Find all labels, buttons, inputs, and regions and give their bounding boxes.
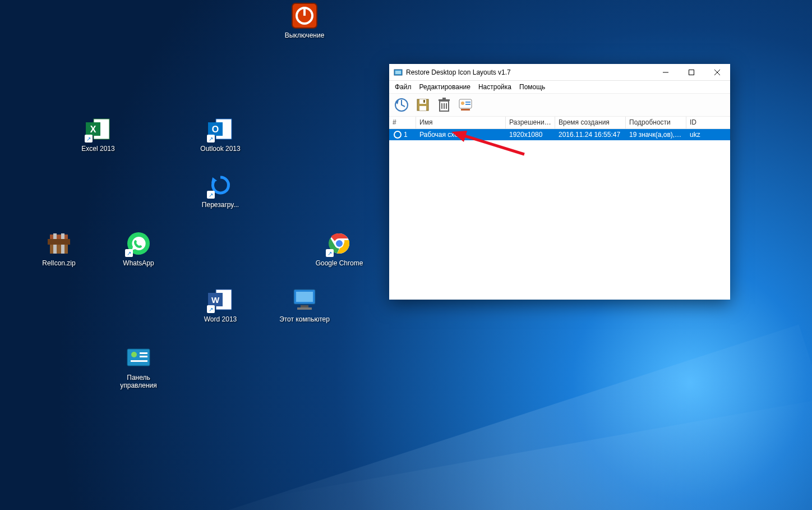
list-header: # Имя Разрешение ... Время создания Подр… bbox=[389, 117, 730, 129]
menu-file[interactable]: Файл bbox=[395, 83, 412, 91]
shortcut-arrow-icon: ↗ bbox=[85, 135, 93, 143]
svg-rect-51 bbox=[465, 102, 470, 103]
shortcut-arrow-icon: ↗ bbox=[125, 249, 133, 257]
menubar: Файл Редактирование Настройка Помощь bbox=[389, 81, 730, 93]
svg-rect-25 bbox=[297, 307, 312, 310]
desktop-icon-restart[interactable]: ↗ Перезагру... bbox=[195, 172, 246, 209]
desktop-icon-whatsapp[interactable]: ↗ WhatsApp bbox=[113, 230, 164, 267]
svg-text:W: W bbox=[211, 295, 220, 305]
toolbar-delete-button[interactable] bbox=[435, 96, 453, 114]
minimize-button[interactable] bbox=[653, 64, 679, 81]
desktop-icon-relcon-zip[interactable]: RelIcon.zip bbox=[34, 230, 84, 267]
desktop-icon-excel[interactable]: X ↗ Excel 2013 bbox=[73, 116, 123, 153]
svg-rect-30 bbox=[131, 360, 147, 362]
menu-edit[interactable]: Редактирование bbox=[419, 83, 470, 91]
row-status-icon bbox=[394, 131, 402, 139]
svg-rect-41 bbox=[419, 106, 426, 111]
column-id[interactable]: ID bbox=[686, 117, 720, 128]
outlook-icon: O ↗ bbox=[207, 116, 234, 143]
excel-icon: X ↗ bbox=[85, 116, 112, 143]
app-window: Restore Desktop Icon Layouts v1.7 Файл Р… bbox=[389, 64, 730, 300]
desktop-icon-label: Google Chrome bbox=[314, 259, 365, 267]
desktop-icon-shutdown[interactable]: Выключение bbox=[279, 2, 330, 39]
list-row[interactable]: 1 Рабочая схема 1920x1080 2016.11.24 16:… bbox=[389, 129, 730, 140]
shortcut-arrow-icon: ↗ bbox=[207, 305, 215, 313]
svg-rect-42 bbox=[423, 100, 425, 103]
desktop-icon-label: Outlook 2013 bbox=[195, 145, 246, 153]
chrome-icon: ↗ bbox=[326, 230, 353, 257]
maximize-button[interactable] bbox=[679, 64, 704, 81]
desktop-icon-label: RelIcon.zip bbox=[34, 259, 84, 267]
svg-rect-24 bbox=[301, 305, 308, 307]
desktop-icon-this-pc[interactable]: Этот компьютер bbox=[279, 286, 330, 323]
svg-rect-32 bbox=[395, 71, 401, 74]
desktop-icon-label: Выключение bbox=[279, 31, 330, 39]
restart-icon: ↗ bbox=[207, 172, 234, 199]
svg-rect-34 bbox=[689, 70, 694, 75]
svg-rect-29 bbox=[140, 356, 147, 357]
power-icon bbox=[291, 2, 318, 29]
shortcut-arrow-icon: ↗ bbox=[326, 249, 334, 257]
desktop-icon-control-panel[interactable]: Панель управления bbox=[113, 344, 164, 389]
shortcut-arrow-icon: ↗ bbox=[207, 135, 215, 143]
row-id: ukz bbox=[686, 131, 720, 139]
svg-rect-52 bbox=[465, 104, 470, 105]
whatsapp-icon: ↗ bbox=[125, 230, 152, 257]
desktop-icon-label: WhatsApp bbox=[113, 259, 164, 267]
row-resolution: 1920x1080 bbox=[506, 131, 555, 139]
column-details[interactable]: Подробности bbox=[626, 117, 686, 128]
word-icon: W ↗ bbox=[207, 286, 234, 313]
svg-rect-28 bbox=[140, 352, 147, 354]
column-resolution[interactable]: Разрешение ... bbox=[506, 117, 555, 128]
desktop-icon-label: Word 2013 bbox=[195, 315, 246, 323]
svg-rect-48 bbox=[442, 98, 446, 99]
desktop-icon-outlook[interactable]: O ↗ Outlook 2013 bbox=[195, 116, 246, 153]
row-name: Рабочая схема bbox=[416, 131, 506, 139]
menu-settings[interactable]: Настройка bbox=[478, 83, 511, 91]
app-icon bbox=[394, 68, 403, 77]
svg-point-27 bbox=[131, 352, 137, 357]
svg-text:X: X bbox=[90, 125, 96, 134]
column-time[interactable]: Время создания bbox=[555, 117, 626, 128]
menu-help[interactable]: Помощь bbox=[519, 83, 545, 91]
toolbar-save-button[interactable] bbox=[414, 96, 432, 114]
desktop-icon-label: Панель управления bbox=[113, 374, 164, 389]
toolbar bbox=[389, 93, 730, 117]
row-time: 2016.11.24 16:55:47 bbox=[555, 131, 626, 139]
row-index: 1 bbox=[404, 131, 408, 139]
titlebar[interactable]: Restore Desktop Icon Layouts v1.7 bbox=[389, 64, 730, 81]
shortcut-arrow-icon: ↗ bbox=[207, 191, 215, 199]
row-details: 19 значк(а,ов), help bbox=[626, 131, 686, 139]
column-name[interactable]: Имя bbox=[416, 117, 506, 128]
column-index[interactable]: # bbox=[389, 117, 416, 128]
svg-rect-47 bbox=[439, 99, 450, 101]
desktop-icon-label: Этот компьютер bbox=[279, 315, 330, 323]
desktop-icon-label: Excel 2013 bbox=[73, 145, 123, 153]
svg-rect-53 bbox=[461, 109, 470, 111]
svg-rect-14 bbox=[48, 239, 70, 245]
window-title: Restore Desktop Icon Layouts v1.7 bbox=[406, 68, 653, 76]
svg-rect-23 bbox=[296, 292, 313, 302]
list-body: 1 Рабочая схема 1920x1080 2016.11.24 16:… bbox=[389, 129, 730, 300]
svg-rect-40 bbox=[419, 99, 426, 104]
zip-icon bbox=[45, 230, 72, 257]
svg-text:O: O bbox=[212, 125, 219, 134]
svg-point-50 bbox=[461, 102, 464, 105]
toolbar-about-button[interactable] bbox=[456, 96, 474, 114]
desktop-icon-label: Перезагру... bbox=[195, 201, 246, 209]
svg-rect-11 bbox=[50, 235, 68, 239]
toolbar-restore-button[interactable] bbox=[393, 96, 410, 114]
close-button[interactable] bbox=[704, 64, 730, 81]
desktop-icon-word[interactable]: W ↗ Word 2013 bbox=[195, 286, 246, 323]
desktop-icon-chrome[interactable]: ↗ Google Chrome bbox=[314, 230, 365, 267]
control-panel-icon bbox=[125, 344, 152, 371]
computer-icon bbox=[291, 286, 318, 313]
